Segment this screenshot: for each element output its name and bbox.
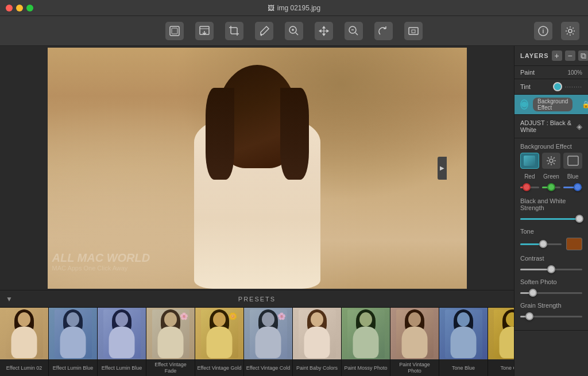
close-button[interactable]	[6, 5, 13, 11]
layer-lock-icon: 🔒	[582, 100, 588, 108]
tone-row	[520, 238, 582, 250]
preset-item[interactable]: Paint Vintage Photo	[390, 308, 439, 376]
preset-label: Effect Lumin Blue	[49, 359, 97, 376]
settings-effect-button[interactable]	[542, 153, 561, 169]
import-tool[interactable]	[195, 22, 214, 40]
canvas-wrapper: ▶	[0, 46, 514, 290]
adjust-header: ADJUST : Black & White ◈	[514, 115, 588, 138]
preset-item[interactable]: Effect Lumin Blue	[49, 308, 98, 376]
preset-thumbnail: 🌼	[195, 308, 243, 359]
svg-rect-11	[524, 156, 535, 166]
layers-add-button[interactable]: +	[552, 51, 562, 61]
tone-slider[interactable]	[520, 239, 562, 249]
info-button[interactable]: i	[534, 22, 552, 40]
zoom-in-tool[interactable]	[285, 22, 303, 40]
preset-item[interactable]: Tone Gold	[488, 308, 514, 376]
svg-rect-0	[170, 26, 179, 36]
contrast-control: Contrast	[520, 255, 582, 274]
svg-point-10	[568, 29, 572, 33]
svg-rect-6	[409, 28, 418, 34]
zoom-out-tool[interactable]	[345, 22, 363, 40]
layer-tint[interactable]: Tint ········	[514, 79, 588, 95]
preset-label: Effect Vintage Gold	[195, 359, 243, 376]
preset-label: Paint Baby Colors	[293, 359, 341, 376]
svg-rect-1	[172, 28, 177, 34]
svg-text:i: i	[543, 28, 544, 34]
soften-photo-slider[interactable]	[520, 288, 582, 297]
main-canvas: ALL MAC WORLD MAC Apps One Click Away	[48, 48, 467, 289]
preset-label: Tone Blue	[439, 359, 488, 376]
maximize-button[interactable]	[26, 5, 33, 11]
preset-thumbnail	[0, 308, 48, 359]
blue-label: Blue	[563, 173, 582, 180]
app-container: 🖼 img 02195.jpg	[0, 0, 588, 376]
bw-strength-control: Black and White Strength	[520, 197, 582, 223]
layer-paint[interactable]: Paint 100%	[514, 66, 588, 79]
crop-tool[interactable]	[225, 22, 243, 40]
red-slider[interactable]	[520, 183, 539, 192]
adjust-settings-icon[interactable]: ◈	[577, 122, 582, 131]
tone-color-picker[interactable]	[566, 238, 582, 250]
frame-tool[interactable]	[165, 22, 184, 40]
soften-photo-label: Soften Photo	[520, 278, 582, 285]
grain-strength-label: Grain Strength	[520, 302, 582, 309]
toolbar-right: i	[534, 22, 579, 40]
blue-slider[interactable]	[563, 183, 582, 192]
svg-point-3	[261, 34, 262, 36]
svg-rect-7	[412, 30, 415, 33]
background-effect-controls: Background Effect Red G	[514, 138, 588, 331]
preset-item[interactable]: Tone Blue	[439, 308, 488, 376]
preset-thumbnail	[390, 308, 439, 359]
grain-strength-slider[interactable]	[520, 312, 582, 321]
solid-effect-button[interactable]	[563, 153, 582, 169]
presets-bar: ▼ PRESETS	[0, 290, 514, 307]
layer-visibility-dot[interactable]	[520, 99, 528, 110]
preset-thumbnail	[439, 308, 488, 359]
svg-rect-13	[568, 156, 578, 165]
layer-background-effect-label: Background Effect	[533, 98, 572, 111]
effect-type-buttons	[520, 153, 582, 169]
layers-copy-button[interactable]: ⧉	[578, 51, 588, 61]
layers-remove-button[interactable]: −	[565, 51, 575, 61]
preset-item[interactable]: 🌸 Effect Vintage Cold	[244, 308, 293, 376]
soften-photo-control: Soften Photo	[520, 278, 582, 297]
preset-item[interactable]: 🌸 Effect Vintage Fade	[146, 308, 195, 376]
preset-item[interactable]: 🌼 Effect Vintage Gold	[195, 308, 244, 376]
title-icon: 🖼	[268, 4, 274, 12]
toolbar: i	[0, 16, 588, 46]
settings-button[interactable]	[561, 22, 579, 40]
rotate-tool[interactable]	[374, 22, 393, 40]
preset-label: Effect Vintage Cold	[244, 359, 292, 376]
green-label: Green	[542, 173, 561, 180]
svg-point-12	[550, 159, 553, 162]
minimize-button[interactable]	[16, 5, 23, 11]
export-tool[interactable]	[404, 22, 423, 40]
layer-background-effect[interactable]: Background Effect 🔒	[514, 95, 588, 115]
contrast-label: Contrast	[520, 255, 582, 262]
titlebar: 🖼 img 02195.jpg	[0, 0, 588, 16]
tint-color-dot	[553, 82, 562, 91]
presets-label: PRESETS	[238, 296, 276, 303]
presets-collapse-arrow[interactable]: ▼	[6, 295, 14, 303]
gradient-effect-button[interactable]	[520, 153, 539, 169]
title-text: img 02195.jpg	[277, 4, 320, 12]
preset-item[interactable]: Effect Lumin 02	[0, 308, 49, 376]
right-panel: LAYERS + − ⧉ Paint 100% Tint ········	[514, 46, 588, 376]
preset-thumbnail: 🌸	[244, 308, 292, 359]
preset-item[interactable]: Paint Mossy Photo	[342, 308, 390, 376]
move-tool[interactable]	[315, 22, 333, 40]
layers-title: LAYERS	[520, 52, 549, 59]
presets-strip: Effect Lumin 02 Effect Lumin Blue	[0, 307, 514, 376]
contrast-slider[interactable]	[520, 265, 582, 274]
grain-strength-control: Grain Strength	[520, 302, 582, 321]
brush-tool[interactable]	[255, 22, 273, 40]
red-label: Red	[520, 173, 539, 180]
layer-paint-opacity: 100%	[567, 69, 582, 76]
preset-thumbnail	[342, 308, 390, 359]
adjust-title: ADJUST : Black & White	[520, 119, 577, 133]
bw-strength-slider[interactable]	[520, 214, 582, 223]
panel-expand-button[interactable]: ▶	[438, 157, 447, 180]
green-slider[interactable]	[542, 183, 561, 192]
preset-item[interactable]: Effect Lumin Blue	[98, 308, 146, 376]
preset-item[interactable]: Paint Baby Colors	[293, 308, 342, 376]
